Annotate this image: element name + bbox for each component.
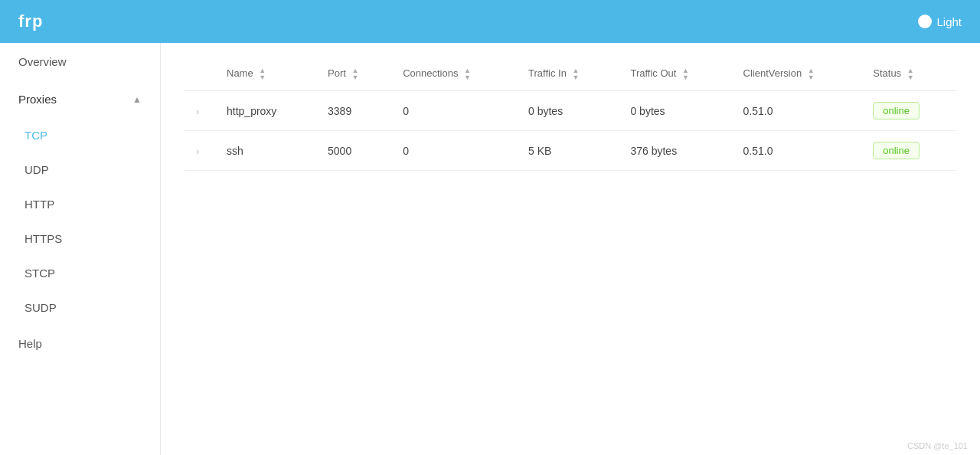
cell-client_version: 0.51.0 <box>731 131 861 171</box>
cell-name: http_proxy <box>214 91 315 131</box>
footer-note: CSDN @te_101 <box>907 441 968 450</box>
main-content: Name ▲▼ Port ▲▼ Connections ▲▼ Traffic I… <box>161 43 980 455</box>
sidebar-tcp-label: TCP <box>24 129 47 142</box>
app-logo: frp <box>18 11 43 31</box>
sort-icon-port: ▲▼ <box>352 67 359 81</box>
sidebar-item-stcp[interactable]: STCP <box>0 256 160 290</box>
sidebar-item-help[interactable]: Help <box>0 325 160 362</box>
chevron-up-icon: ▲ <box>132 94 142 105</box>
expand-cell[interactable]: › <box>184 91 214 131</box>
cell-traffic_out: 376 bytes <box>618 131 730 171</box>
table-row: ›ssh500005 KB376 bytes0.51.0online <box>184 131 957 171</box>
table-row: ›http_proxy338900 bytes0 bytes0.51.0onli… <box>184 91 957 131</box>
cell-traffic_in: 5 KB <box>516 131 618 171</box>
sort-icon-status: ▲▼ <box>907 67 914 81</box>
cell-status: online <box>861 131 957 171</box>
sidebar: Overview Proxies ▲ TCP UDP HTTP HTTPS ST… <box>0 43 161 455</box>
sidebar-item-overview[interactable]: Overview <box>0 43 160 80</box>
theme-toggle[interactable]: Light <box>918 15 962 28</box>
sort-icon-traffic-out: ▲▼ <box>682 67 689 81</box>
sort-icon-connections: ▲▼ <box>464 67 471 81</box>
col-header-connections[interactable]: Connections ▲▼ <box>390 58 516 91</box>
col-header-expand <box>184 58 214 91</box>
expand-icon[interactable]: › <box>196 106 199 117</box>
app-header: frp Light <box>0 0 980 43</box>
sidebar-item-udp[interactable]: UDP <box>0 152 160 187</box>
theme-toggle-icon <box>918 15 932 28</box>
col-header-traffic-out[interactable]: Traffic Out ▲▼ <box>618 58 730 91</box>
cell-port: 5000 <box>315 131 390 171</box>
cell-status: online <box>861 91 957 131</box>
col-header-name[interactable]: Name ▲▼ <box>214 58 315 91</box>
sidebar-proxies-label: Proxies <box>18 93 57 106</box>
sidebar-sudp-label: SUDP <box>24 301 57 314</box>
status-badge: online <box>873 102 920 119</box>
cell-connections: 0 <box>390 131 516 171</box>
sidebar-overview-label: Overview <box>18 55 67 68</box>
sort-icon-name: ▲▼ <box>259 67 266 81</box>
sort-icon-client-version: ▲▼ <box>808 67 815 81</box>
table-header-row: Name ▲▼ Port ▲▼ Connections ▲▼ Traffic I… <box>184 58 957 91</box>
sort-icon-traffic-in: ▲▼ <box>573 67 580 81</box>
sidebar-item-proxies[interactable]: Proxies ▲ <box>0 80 160 118</box>
proxy-table: Name ▲▼ Port ▲▼ Connections ▲▼ Traffic I… <box>184 58 957 171</box>
sidebar-item-http[interactable]: HTTP <box>0 187 160 221</box>
expand-icon[interactable]: › <box>196 146 199 157</box>
col-header-traffic-in[interactable]: Traffic In ▲▼ <box>516 58 618 91</box>
col-header-port[interactable]: Port ▲▼ <box>315 58 390 91</box>
theme-toggle-label: Light <box>936 15 962 28</box>
cell-connections: 0 <box>390 91 516 131</box>
main-layout: Overview Proxies ▲ TCP UDP HTTP HTTPS ST… <box>0 43 980 455</box>
col-header-client-version[interactable]: ClientVersion ▲▼ <box>731 58 861 91</box>
sidebar-item-sudp[interactable]: SUDP <box>0 290 160 325</box>
cell-traffic_out: 0 bytes <box>618 91 730 131</box>
status-badge: online <box>873 142 920 159</box>
cell-name: ssh <box>214 131 315 171</box>
sidebar-https-label: HTTPS <box>24 232 62 245</box>
sidebar-item-https[interactable]: HTTPS <box>0 221 160 256</box>
cell-client_version: 0.51.0 <box>731 91 861 131</box>
sidebar-udp-label: UDP <box>24 163 49 176</box>
col-header-status[interactable]: Status ▲▼ <box>861 58 957 91</box>
sidebar-stcp-label: STCP <box>24 267 55 280</box>
cell-traffic_in: 0 bytes <box>516 91 618 131</box>
sidebar-item-tcp[interactable]: TCP <box>0 118 160 152</box>
sidebar-help-label: Help <box>18 337 42 350</box>
cell-port: 3389 <box>315 91 390 131</box>
expand-cell[interactable]: › <box>184 131 214 171</box>
sidebar-http-label: HTTP <box>24 198 54 211</box>
